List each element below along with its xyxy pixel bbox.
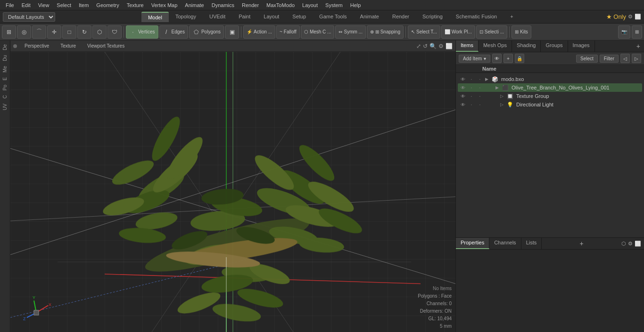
tab-scripting[interactable]: Scripting (416, 12, 449, 22)
item-vis-icon[interactable]: · (477, 93, 483, 99)
tab-render[interactable]: Render (386, 12, 416, 22)
toolbar-select-tool-btn[interactable]: ↖ Select T... (408, 25, 440, 39)
list-item[interactable]: 👁 · · ▷ 🔲 Texture Group (458, 92, 642, 100)
menu-view[interactable]: View (34, 1, 53, 9)
items-filter-btn[interactable]: Filter (600, 55, 619, 63)
expand-icon[interactable]: ▷ (500, 94, 505, 98)
tab-game-tools[interactable]: Game Tools (313, 12, 354, 22)
sidebar-tab-mesh[interactable]: Me (1, 64, 8, 74)
tab-animate[interactable]: Animate (354, 12, 386, 22)
viewport-nav-icon[interactable]: ⤢ (416, 43, 421, 49)
tab-paint[interactable]: Paint (232, 12, 257, 22)
menu-system[interactable]: System (322, 1, 347, 9)
items-eye-btn[interactable]: 👁 (492, 54, 502, 63)
sidebar-tab-c[interactable]: C (1, 93, 8, 100)
menu-select[interactable]: Select (53, 1, 75, 9)
menu-edit[interactable]: Edit (18, 1, 34, 9)
menu-help[interactable]: Help (347, 1, 365, 9)
list-item[interactable]: 👁 · · ▶ 🎲 modo.bxo (458, 75, 642, 83)
menu-dynamics[interactable]: Dynamics (208, 1, 238, 9)
toolbar-vertices-btn[interactable]: · Vertices (126, 25, 158, 39)
tab-channels[interactable]: Channels (489, 238, 521, 249)
sidebar-tab-e[interactable]: E (1, 75, 8, 82)
toolbar-symm-btn[interactable]: ⇔ Symm ... (335, 25, 365, 39)
menu-geometry[interactable]: Geometry (92, 1, 123, 9)
item-lock-icon[interactable]: · (468, 76, 475, 82)
viewport-search-icon[interactable]: 🔍 (429, 43, 437, 49)
items-add-btn[interactable]: + (504, 54, 513, 63)
items-tab-add[interactable]: + (633, 40, 644, 52)
list-item[interactable]: 👁 · · ▶ ⬛ Olive_Tree_Branch_No_Olives_Ly… (458, 83, 642, 92)
sidebar-tab-pol[interactable]: Po (1, 83, 8, 92)
items-collapse-btn[interactable]: ◁ (620, 54, 630, 63)
expand-icon[interactable]: ▶ (495, 85, 500, 90)
menu-file[interactable]: File (2, 1, 18, 9)
expand-icon[interactable]: ▷ (500, 102, 505, 107)
toolbar-circle-btn[interactable]: ◎ (17, 25, 31, 39)
toolbar-work-plane-btn[interactable]: ⬜ Work Pl... (441, 25, 475, 39)
toolbar-edges-btn[interactable]: / Edges (159, 25, 188, 39)
toolbar-grid-btn[interactable]: ⊞ (2, 25, 16, 39)
items-select-btn[interactable]: Select (576, 55, 598, 63)
tab-properties[interactable]: Properties (456, 238, 489, 249)
props-tab-add[interactable]: + (576, 238, 587, 249)
toolbar-falloff-btn[interactable]: ~ Falloff (276, 25, 300, 39)
toolbar-box-btn[interactable]: □ (62, 25, 76, 39)
tab-lists[interactable]: Lists (521, 238, 542, 249)
toolbar-kits-btn[interactable]: ⊞ Kits (512, 25, 531, 39)
maximize-icon[interactable]: ⬜ (635, 14, 641, 20)
item-vis-icon[interactable]: · (477, 76, 483, 82)
toolbar-select-btn[interactable]: ▣ (225, 25, 239, 39)
items-lock-btn[interactable]: 🔒 (515, 54, 524, 63)
expand-icon[interactable]: ▶ (485, 77, 490, 81)
tab-schematic-fusion[interactable]: Schematic Fusion (449, 12, 504, 22)
toolbar-hex-btn[interactable]: ⬡ (92, 25, 107, 39)
item-vis-icon[interactable]: · (477, 101, 483, 108)
menu-vertex-map[interactable]: Vertex Map (148, 1, 182, 9)
tab-shading[interactable]: Shading (512, 40, 541, 52)
star-only-button[interactable]: ★ Only (606, 13, 626, 20)
toolbar-shield-btn[interactable]: 🛡 (107, 25, 122, 39)
sidebar-tab-dup[interactable]: Du (1, 53, 8, 63)
tab-groups[interactable]: Groups (541, 40, 568, 52)
tab-items[interactable]: Items (456, 40, 479, 52)
menu-item[interactable]: Item (75, 1, 92, 9)
settings-icon[interactable]: ⚙ (628, 14, 633, 20)
toolbar-cam-btn[interactable]: 📷 (618, 25, 630, 39)
props-settings-icon[interactable]: ⚙ (628, 241, 633, 247)
list-item[interactable]: 👁 · · ▷ 💡 Directional Light (458, 100, 642, 109)
layout-dropdown[interactable]: Default Layouts (3, 12, 55, 22)
menu-maxtomodo[interactable]: MaxToModo (263, 1, 298, 9)
tab-setup[interactable]: Setup (286, 12, 313, 22)
items-expand-btn[interactable]: ▷ (632, 54, 641, 63)
viewport-settings-icon[interactable]: ⚙ (438, 43, 444, 49)
viewport-vptex-btn[interactable]: Viewport Textures (83, 43, 128, 49)
tab-layout[interactable]: Layout (257, 12, 286, 22)
sidebar-tab-de[interactable]: De (1, 42, 8, 52)
toolbar-action-btn[interactable]: ⚡ Action ... (243, 25, 275, 39)
tab-uvedit[interactable]: UVEdit (203, 12, 232, 22)
menu-texture[interactable]: Texture (123, 1, 148, 9)
viewport-perspective-btn[interactable]: Perspective (21, 43, 53, 49)
toolbar-rotate-btn[interactable]: ↻ (77, 25, 91, 39)
viewport-dot[interactable] (13, 44, 17, 48)
item-lock-icon[interactable]: · (468, 93, 475, 99)
eye-icon[interactable]: 👁 (460, 101, 466, 108)
toolbar-snapping-btn[interactable]: ⊕ ⊞ Snapping (367, 25, 404, 39)
item-lock-icon[interactable]: · (468, 101, 475, 108)
toolbar-transform-btn[interactable]: ✛ (47, 25, 61, 39)
toolbar-polygons-btn[interactable]: ⬠ Polygons (189, 25, 224, 39)
sidebar-tab-uv[interactable]: UV (1, 102, 8, 112)
item-lock-icon[interactable]: · (468, 84, 475, 91)
menu-animate[interactable]: Animate (181, 1, 207, 9)
eye-icon[interactable]: 👁 (460, 93, 466, 99)
tab-model[interactable]: Model (141, 12, 169, 22)
viewport-3d[interactable]: Y X Z No Items Polygons : Face Channels:… (10, 52, 455, 332)
tab-add-plus[interactable]: + (504, 12, 520, 22)
menu-render[interactable]: Render (238, 1, 263, 9)
menu-layout[interactable]: Layout (298, 1, 322, 9)
tab-images[interactable]: Images (568, 40, 595, 52)
eye-icon[interactable]: 👁 (460, 76, 466, 82)
props-expand-icon[interactable]: ⬡ (621, 241, 626, 247)
viewport-maximize-icon[interactable]: ⬜ (446, 43, 453, 49)
